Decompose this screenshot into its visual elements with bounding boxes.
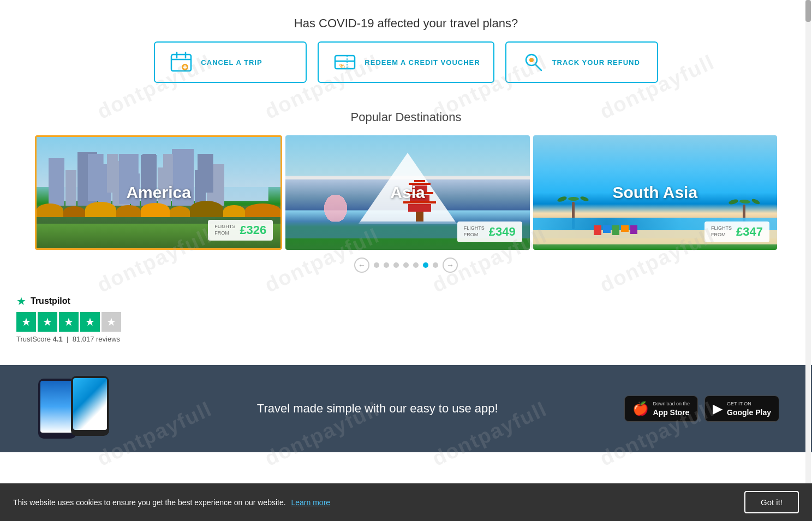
track-refund-label: TRACK YOUR REFUND bbox=[552, 58, 640, 67]
calendar-icon bbox=[168, 49, 194, 75]
trustpilot-score-value: 4.1 bbox=[53, 335, 63, 343]
voucher-icon: % bbox=[332, 49, 358, 75]
carousel-dot-7[interactable] bbox=[433, 262, 438, 268]
tp-star-5: ★ bbox=[101, 312, 121, 332]
cancel-trip-label: CANCEL A TRIP bbox=[201, 58, 262, 67]
south-asia-price: £347 bbox=[736, 225, 763, 239]
redeem-voucher-button[interactable]: % REDEEM A CREDIT VOUCHER bbox=[318, 41, 494, 83]
covid-section: Has COVID-19 affected your travel plans?… bbox=[0, 0, 812, 94]
popular-title: Popular Destinations bbox=[11, 110, 801, 124]
trustpilot-section: ★ Trustpilot ★ ★ ★ ★ ★ TrustScore 4.1 | … bbox=[0, 284, 175, 354]
app-badges: 🍎 Download on the App Store ▶ GET IT ON … bbox=[624, 396, 779, 422]
trustpilot-star-icon: ★ bbox=[16, 295, 26, 308]
covid-buttons: CANCEL A TRIP % REDEEM A CREDIT VOUCHER bbox=[11, 41, 801, 83]
carousel-dot-1[interactable] bbox=[374, 262, 379, 268]
tp-star-4: ★ bbox=[80, 312, 100, 332]
tp-star-2: ★ bbox=[38, 312, 57, 332]
carousel-controls: ← → bbox=[11, 257, 801, 273]
tp-star-3: ★ bbox=[59, 312, 79, 332]
svg-rect-7 bbox=[335, 56, 355, 69]
app-store-text: Download on the App Store bbox=[653, 400, 690, 417]
covid-title: Has COVID-19 affected your travel plans? bbox=[11, 16, 801, 31]
cancel-trip-button[interactable]: CANCEL A TRIP bbox=[154, 41, 307, 83]
america-label: America bbox=[126, 183, 190, 202]
google-play-badge[interactable]: ▶ GET IT ON Google Play bbox=[704, 396, 779, 422]
carousel-dot-4[interactable] bbox=[403, 262, 409, 268]
carousel-next-button[interactable]: → bbox=[443, 257, 458, 273]
app-tagline: Travel made simple with our easy to use … bbox=[131, 402, 624, 416]
trustpilot-header: ★ Trustpilot bbox=[16, 295, 158, 308]
asia-flights-from: FLIGHTSFROM bbox=[464, 225, 485, 238]
trustpilot-brand: Trustpilot bbox=[31, 296, 70, 306]
phone-screen-1 bbox=[40, 381, 74, 433]
destination-south-asia[interactable]: South Asia FLIGHTSFROM £347 bbox=[533, 135, 777, 250]
carousel-dot-5[interactable] bbox=[413, 262, 419, 268]
america-flights-from: FLIGHTSFROM bbox=[214, 224, 235, 236]
phone-2 bbox=[71, 376, 109, 436]
trustpilot-reviews: 81,017 reviews bbox=[73, 335, 120, 343]
carousel-dot-6[interactable] bbox=[423, 262, 428, 268]
redeem-voucher-label: REDEEM A CREDIT VOUCHER bbox=[365, 58, 480, 67]
search-location-icon bbox=[520, 49, 546, 75]
tp-star-1: ★ bbox=[16, 312, 36, 332]
phone-screen-2 bbox=[73, 378, 107, 430]
track-refund-button[interactable]: TRACK YOUR REFUND bbox=[505, 41, 658, 83]
app-phone-mockup bbox=[33, 376, 120, 441]
asia-label: Asia bbox=[390, 183, 425, 202]
popular-section: Popular Destinations bbox=[0, 94, 812, 284]
america-price: £326 bbox=[240, 223, 266, 237]
google-play-icon: ▶ bbox=[713, 401, 723, 416]
scroll-thumb[interactable] bbox=[805, 0, 811, 22]
svg-point-13 bbox=[529, 58, 534, 62]
asia-price-box: FLIGHTSFROM £349 bbox=[457, 221, 522, 242]
america-price-box: FLIGHTSFROM £326 bbox=[208, 220, 273, 241]
south-asia-label: South Asia bbox=[613, 183, 698, 202]
south-asia-flights-from: FLIGHTSFROM bbox=[711, 225, 732, 238]
destinations-grid: America FLIGHTSFROM £326 bbox=[35, 135, 777, 250]
destination-america[interactable]: America FLIGHTSFROM £326 bbox=[35, 135, 282, 250]
carousel-dot-2[interactable] bbox=[384, 262, 389, 268]
carousel-prev-button[interactable]: ← bbox=[354, 257, 369, 273]
svg-line-12 bbox=[535, 64, 541, 70]
app-section: Travel made simple with our easy to use … bbox=[0, 365, 812, 452]
google-play-text: GET IT ON Google Play bbox=[727, 400, 771, 417]
trustpilot-stars: ★ ★ ★ ★ ★ bbox=[16, 312, 158, 332]
svg-text:%: % bbox=[339, 63, 345, 69]
south-asia-price-box: FLIGHTSFROM £347 bbox=[704, 221, 769, 242]
asia-price: £349 bbox=[489, 225, 516, 239]
apple-icon: 🍎 bbox=[632, 401, 649, 416]
scrollbar[interactable] bbox=[805, 0, 811, 452]
trustpilot-score: TrustScore 4.1 | 81,017 reviews bbox=[16, 335, 158, 343]
app-store-badge[interactable]: 🍎 Download on the App Store bbox=[624, 396, 698, 422]
carousel-dot-3[interactable] bbox=[393, 262, 399, 268]
destination-asia[interactable]: Asia FLIGHTSFROM £349 bbox=[285, 135, 529, 250]
svg-rect-0 bbox=[171, 55, 191, 71]
